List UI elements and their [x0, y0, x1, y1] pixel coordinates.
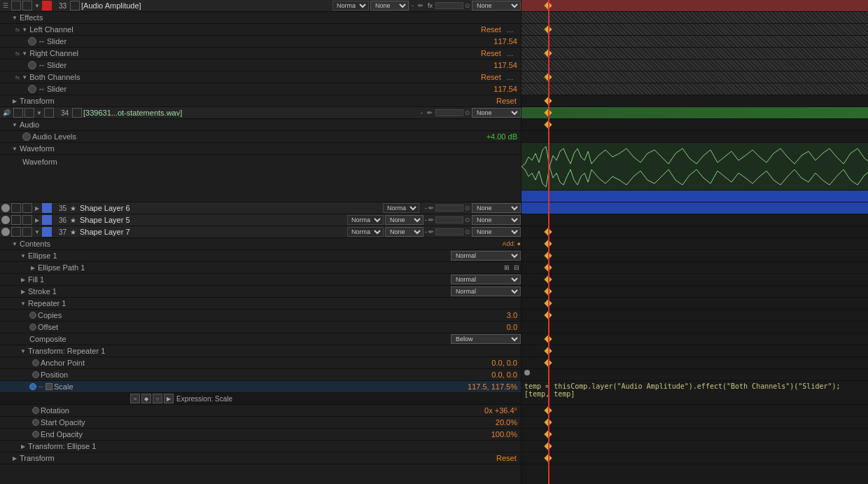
- eye-36[interactable]: [1, 216, 10, 224]
- none-dropdown-36[interactable]: None: [385, 215, 424, 225]
- expand-stroke1[interactable]: [20, 289, 27, 295]
- expand-ellipse1[interactable]: [20, 253, 27, 259]
- expand-34[interactable]: [36, 110, 43, 116]
- v1-37[interactable]: [11, 227, 21, 237]
- expand-33[interactable]: [34, 3, 41, 9]
- right-channel-reset[interactable]: Reset: [481, 49, 505, 57]
- stroke1-row[interactable]: Stroke 1 Normal: [0, 286, 521, 298]
- fx-btn-33[interactable]: -: [410, 2, 415, 9]
- layer-36-row[interactable]: 36 ★ Shape Layer 5 Norma None - ✏ ⊙ None: [0, 214, 521, 226]
- ctrl-35a[interactable]: -: [425, 205, 427, 212]
- label-dropdown-33[interactable]: None: [472, 1, 521, 11]
- left-channel-dots[interactable]: ...: [507, 25, 521, 34]
- expand-transform-repeater[interactable]: [20, 348, 27, 354]
- transform-ellipse1-row[interactable]: Transform: Ellipse 1: [0, 441, 521, 452]
- ellipse1-row[interactable]: Ellipse 1 Normal: [0, 250, 521, 262]
- expand-audio[interactable]: [11, 122, 18, 128]
- v1-35[interactable]: [11, 203, 21, 213]
- expand-36[interactable]: [34, 217, 41, 223]
- ctrl-36b[interactable]: ✏: [428, 216, 434, 223]
- stopwatch-ap[interactable]: [32, 359, 39, 366]
- transform-33-row[interactable]: Transform Reset: [0, 95, 521, 107]
- start-opacity-value[interactable]: 20.0%: [479, 418, 521, 427]
- right-slider-value[interactable]: 117.54: [479, 61, 521, 69]
- expand-fill1[interactable]: [20, 277, 27, 283]
- pencil-34[interactable]: ✏: [426, 109, 434, 116]
- label-dropdown-35[interactable]: None: [472, 203, 521, 213]
- ctrl-37a[interactable]: -: [425, 228, 427, 235]
- stopwatch-offset[interactable]: [29, 324, 36, 331]
- add-btn[interactable]: Add: ●: [503, 240, 521, 247]
- label-37[interactable]: [42, 227, 52, 237]
- transform-bottom-row[interactable]: Transform Reset: [0, 452, 521, 464]
- both-channels-dots[interactable]: ...: [507, 73, 521, 81]
- layer-35-row[interactable]: 35 ★ Shape Layer 6 Norma - ✏ ⊙ None: [0, 202, 521, 214]
- expand-right-channel[interactable]: [21, 50, 28, 57]
- label-dropdown-37[interactable]: None: [472, 227, 521, 237]
- expr-icon3[interactable]: ○: [153, 394, 162, 403]
- shy-icon[interactable]: ☰: [1, 2, 10, 9]
- eye-35[interactable]: [1, 204, 10, 212]
- path-icon1[interactable]: ⊞: [503, 264, 511, 271]
- expand-both-channels[interactable]: [21, 74, 28, 81]
- transform-repeater-row[interactable]: Transform: Repeater 1: [0, 345, 521, 357]
- ctrl-35b[interactable]: ✏: [428, 205, 434, 212]
- label-36[interactable]: [42, 215, 52, 225]
- left-channel-row[interactable]: fx Left Channel Reset ...: [0, 24, 521, 36]
- label-dropdown-36[interactable]: None: [472, 215, 521, 225]
- left-slider-value[interactable]: 117.54: [479, 37, 521, 46]
- eye-37[interactable]: [1, 228, 10, 236]
- stopwatch-eo[interactable]: [32, 431, 39, 438]
- rotation-value[interactable]: 0x +36.4°: [479, 406, 521, 415]
- expr-icon2[interactable]: ◆: [141, 394, 151, 403]
- playhead[interactable]: [548, 0, 550, 484]
- label-33[interactable]: [42, 1, 52, 11]
- composite-dropdown[interactable]: Below: [451, 334, 521, 344]
- v1-34[interactable]: [13, 108, 23, 118]
- repeater1-row[interactable]: Repeater 1: [0, 298, 521, 310]
- end-opacity-value[interactable]: 100.0%: [479, 430, 521, 438]
- effects-row[interactable]: Effects: [0, 12, 521, 24]
- speaker-icon-34[interactable]: 🔊: [1, 109, 12, 116]
- anchor-point-value[interactable]: 0.0, 0.0: [479, 359, 521, 367]
- pencil-33[interactable]: ✏: [416, 2, 425, 9]
- mode-dropdown-36[interactable]: Norma: [347, 215, 384, 225]
- contents-row[interactable]: Contents Add: ●: [0, 238, 521, 250]
- v2-34[interactable]: [24, 108, 34, 118]
- stopwatch-rcs[interactable]: [28, 61, 36, 69]
- left-channel-reset[interactable]: Reset: [481, 25, 505, 34]
- right-channel-dots[interactable]: ...: [507, 49, 521, 57]
- audio-toggle-33[interactable]: [22, 1, 32, 11]
- v2-36[interactable]: [22, 215, 32, 225]
- expand-35[interactable]: [34, 205, 41, 212]
- scale-value[interactable]: 117.5, 117.5%: [465, 382, 521, 391]
- ctrl-36a[interactable]: -: [425, 216, 427, 223]
- offset-value[interactable]: 0.0: [479, 323, 521, 331]
- mode-dropdown-35[interactable]: Norma: [383, 203, 419, 213]
- expand-transform-33[interactable]: [11, 98, 18, 104]
- expand-ellipse-path1[interactable]: [29, 265, 36, 271]
- v2-35[interactable]: [22, 203, 32, 213]
- stopwatch-rot[interactable]: [32, 407, 39, 414]
- stopwatch-lcs[interactable]: [28, 37, 36, 46]
- checkbox-34[interactable]: [72, 108, 82, 118]
- layer-33-row[interactable]: ☰ 33 [Audio Amplitude] Norma None - ✏ fx…: [0, 0, 521, 12]
- waveform-row[interactable]: Waveform: [0, 143, 521, 155]
- both-channels-row[interactable]: fx Both Channels Reset ...: [0, 71, 521, 83]
- fill1-mode-dropdown[interactable]: Normal: [451, 275, 521, 284]
- ctrl-37b[interactable]: ✏: [428, 228, 434, 235]
- transform-bottom-reset[interactable]: Reset: [496, 454, 521, 462]
- label-dropdown-34[interactable]: None: [472, 108, 521, 118]
- right-channel-row[interactable]: fx Right Channel Reset ...: [0, 48, 521, 60]
- expr-icon4[interactable]: ▶: [164, 394, 174, 403]
- label-34[interactable]: [44, 108, 54, 118]
- expand-transform-ellipse1[interactable]: [20, 443, 27, 450]
- ellipse-path1-row[interactable]: Ellipse Path 1 ⊞ ⊟: [0, 262, 521, 274]
- layer-34-row[interactable]: 🔊 34 [339631...ot-statements.wav] - ✏ ⊙ …: [0, 107, 521, 119]
- link-scale[interactable]: [46, 383, 52, 390]
- audio-row[interactable]: Audio: [0, 119, 521, 131]
- fx-icon-33[interactable]: fx: [426, 2, 434, 9]
- layer-37-row[interactable]: 37 ★ Shape Layer 7 Norma None - ✏ ⊙ None: [0, 226, 521, 238]
- expand-repeater1[interactable]: [20, 300, 27, 307]
- mode-dropdown-33[interactable]: Norma: [332, 1, 369, 11]
